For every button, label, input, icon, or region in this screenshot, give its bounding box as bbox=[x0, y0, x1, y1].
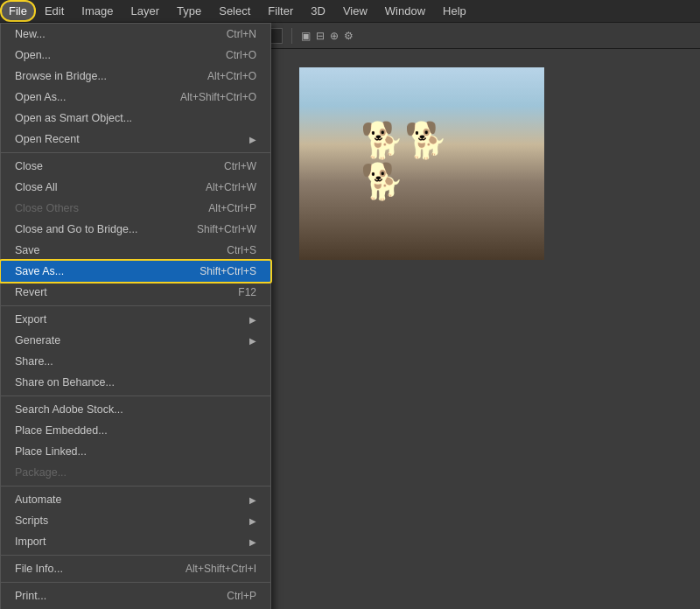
menu-item-open-smart[interactable]: Open as Smart Object... bbox=[1, 108, 270, 129]
menu-item-save[interactable]: Save Ctrl+S bbox=[1, 240, 270, 261]
menu-filter[interactable]: Filter bbox=[259, 0, 302, 22]
menu-item-open-as[interactable]: Open As... Alt+Shift+Ctrl+O bbox=[1, 87, 270, 108]
align-icon-2: ⊟ bbox=[316, 30, 325, 42]
menu-sep-6 bbox=[1, 582, 270, 583]
menu-item-file-info[interactable]: File Info... Alt+Shift+Ctrl+I bbox=[1, 558, 270, 579]
menu-item-place-embedded[interactable]: Place Embedded... bbox=[1, 420, 270, 441]
canvas-image bbox=[299, 67, 544, 260]
menu-select[interactable]: Select bbox=[210, 0, 259, 22]
menu-item-package: Package... bbox=[1, 462, 270, 483]
menu-sep-3 bbox=[1, 396, 270, 396]
menu-item-export[interactable]: Export ▶ bbox=[1, 309, 270, 330]
image-background bbox=[299, 67, 544, 260]
menu-item-new[interactable]: New... Ctrl+N bbox=[1, 24, 270, 45]
menu-item-search-stock[interactable]: Search Adobe Stock... bbox=[1, 399, 270, 420]
menu-help[interactable]: Help bbox=[434, 0, 475, 22]
menu-item-share-behance[interactable]: Share on Behance... bbox=[1, 372, 270, 393]
menu-item-open-recent[interactable]: Open Recent ▶ bbox=[1, 129, 270, 150]
menu-item-import[interactable]: Import ▶ bbox=[1, 531, 270, 552]
menu-view[interactable]: View bbox=[334, 0, 376, 22]
menu-sep-5 bbox=[1, 555, 270, 556]
menu-edit[interactable]: Edit bbox=[36, 0, 73, 22]
menu-item-share[interactable]: Share... bbox=[1, 351, 270, 372]
file-dropdown-menu: New... Ctrl+N Open... Ctrl+O Browse in B… bbox=[0, 23, 271, 609]
menu-bar: File Edit Image Layer Type Select Filter… bbox=[0, 0, 700, 23]
menu-sep-4 bbox=[1, 486, 270, 486]
canvas-container bbox=[299, 67, 544, 260]
menu-item-print[interactable]: Print... Ctrl+P bbox=[1, 585, 270, 606]
menu-type[interactable]: Type bbox=[168, 0, 210, 22]
menu-item-close-others: Close Others Alt+Ctrl+P bbox=[1, 198, 270, 219]
menu-window[interactable]: Window bbox=[376, 0, 434, 22]
menu-layer[interactable]: Layer bbox=[122, 0, 169, 22]
align-icon-3: ⊕ bbox=[330, 30, 339, 42]
menu-item-close-all[interactable]: Close All Alt+Ctrl+W bbox=[1, 177, 270, 198]
menu-sep-1 bbox=[1, 152, 270, 153]
menu-sep-2 bbox=[1, 305, 270, 306]
align-icon-1: ▣ bbox=[301, 30, 311, 42]
menu-item-automate[interactable]: Automate ▶ bbox=[1, 489, 270, 510]
menu-item-close[interactable]: Close Ctrl+W bbox=[1, 156, 270, 177]
align-icon-4: ⚙ bbox=[344, 30, 354, 42]
menu-item-close-bridge[interactable]: Close and Go to Bridge... Shift+Ctrl+W bbox=[1, 219, 270, 240]
menu-item-revert[interactable]: Revert F12 bbox=[1, 282, 270, 303]
menu-item-scripts[interactable]: Scripts ▶ bbox=[1, 510, 270, 531]
menu-item-generate[interactable]: Generate ▶ bbox=[1, 330, 270, 351]
toolbar-sep-3 bbox=[291, 28, 292, 44]
menu-image[interactable]: Image bbox=[73, 0, 122, 22]
menu-item-place-linked[interactable]: Place Linked... bbox=[1, 441, 270, 462]
menu-item-save-as[interactable]: Save As... Shift+Ctrl+S bbox=[1, 261, 270, 282]
menu-item-browse-bridge[interactable]: Browse in Bridge... Alt+Ctrl+O bbox=[1, 66, 270, 87]
menu-file[interactable]: File bbox=[0, 0, 36, 22]
menu-item-open[interactable]: Open... Ctrl+O bbox=[1, 45, 270, 66]
menu-3d[interactable]: 3D bbox=[302, 0, 334, 22]
